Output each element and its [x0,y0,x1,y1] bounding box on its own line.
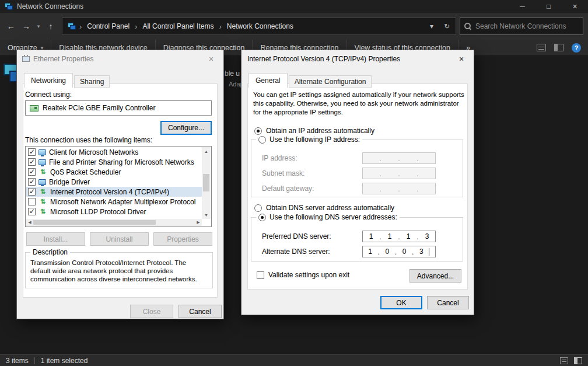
ip-address-label: IP address: [262,154,297,162]
preview-pane-icon[interactable] [554,44,564,51]
properties-button[interactable]: Properties [153,232,212,246]
subnet-mask-label: Subnet mask: [262,169,304,177]
item-checkbox[interactable] [28,148,36,156]
connection-item[interactable]: File and Printer Sharing for Microsoft N… [26,157,202,167]
maximize-button[interactable]: □ [536,0,562,13]
item-label: Client for Microsoft Networks [49,148,138,156]
large-icons-view-icon[interactable] [574,357,582,364]
preferred-dns-field[interactable]: 1. 1. 1. 3 [362,231,436,242]
dialog-close-button[interactable]: Close [130,305,173,318]
item-checkbox[interactable] [28,198,36,205]
tab-general[interactable]: General [249,73,288,88]
install-button[interactable]: Install... [26,232,85,246]
description-title: Description [30,248,70,256]
scroll-up-icon[interactable]: ▲ [202,147,211,155]
chevron-right-icon[interactable]: › [218,22,222,31]
checkbox-icon[interactable] [257,271,264,279]
address-dropdown-icon[interactable]: ▾ [424,18,439,34]
close-button[interactable]: × [562,0,588,13]
preferred-dns-label: Preferred DNS server: [262,232,331,240]
checkbox-label: Validate settings upon exit [268,271,349,279]
breadcrumb-item[interactable]: Control Panel [83,18,134,34]
item-checkbox[interactable] [28,158,36,166]
network-connections-window: Network Connections ─ □ × ← → ▾ ↑ › Cont… [0,0,588,366]
close-icon[interactable]: × [199,50,223,68]
horizontal-scrollbar[interactable]: ◀ ▶ [26,219,202,226]
item-checkbox[interactable] [28,208,36,215]
description-group: Description Transmission Control Protoco… [25,252,213,288]
status-bar: 3 items 1 item selected [0,354,588,366]
connection-item[interactable]: Internet Protocol Version 4 (TCP/IPv4) [26,187,202,197]
breadcrumb-item[interactable]: All Control Panel Items [138,18,218,34]
protocol-icon [38,168,47,176]
adapter-name: Realtek PCIe GBE Family Controller [43,104,155,112]
cancel-button[interactable]: Cancel [427,296,469,309]
item-checkbox[interactable] [28,178,36,186]
adapter-properties-icon [22,56,30,62]
tab-alternate-configuration[interactable]: Alternate Configuration [289,75,372,88]
protocol-icon [38,208,47,216]
navigation-bar: ← → ▾ ↑ › Control Panel › All Control Pa… [0,13,588,40]
help-icon[interactable]: ? [572,43,581,53]
radio-icon[interactable] [258,214,266,221]
validate-settings-checkbox[interactable]: Validate settings upon exit [257,271,349,279]
radio-use-following-ip[interactable]: Use the following IP address: [256,135,362,144]
scroll-right-icon[interactable]: ▶ [195,219,202,226]
intro-text: You can get IP settings assigned automat… [253,90,464,117]
search-input[interactable] [475,22,579,30]
radio-label: Use the following IP address: [270,135,360,144]
search-box[interactable] [460,18,583,35]
chevron-right-icon[interactable]: › [134,22,138,31]
item-checkbox[interactable] [28,188,36,196]
radio-icon[interactable] [254,204,262,212]
vertical-scrollbar[interactable]: ▲ ▼ [202,147,211,219]
configure-button[interactable]: Configure... [160,121,212,135]
radio-icon[interactable] [258,136,266,144]
advanced-button[interactable]: Advanced... [410,269,461,283]
chevron-right-icon[interactable]: › [78,22,83,31]
tab-sharing[interactable]: Sharing [74,75,110,88]
adapter-name-box: Realtek PCIe GBE Family Controller [25,100,212,116]
connection-items-list[interactable]: Client for Microsoft Networks File and P… [25,146,212,227]
tab-networking[interactable]: Networking [24,73,73,88]
forward-icon[interactable]: → [19,19,34,34]
recent-pages-icon[interactable]: ▾ [34,19,43,34]
minimize-button[interactable]: ─ [509,0,536,13]
scrollbar-thumb[interactable] [33,220,156,225]
scroll-left-icon[interactable]: ◀ [26,219,33,226]
item-label: Microsoft LLDP Protocol Driver [50,208,146,216]
connection-item[interactable]: Bridge Driver [26,177,202,187]
network-card-icon [30,105,38,111]
close-icon[interactable]: × [449,50,474,68]
connection-item[interactable]: QoS Packet Scheduler [26,167,202,177]
details-view-icon[interactable] [560,357,568,364]
radio-obtain-ip-automatically[interactable]: Obtain an IP address automatically [254,127,374,135]
scrollbar-thumb[interactable] [203,174,209,191]
address-bar[interactable]: › Control Panel › All Control Panel Item… [62,18,456,35]
uninstall-button[interactable]: Uninstall [90,232,149,246]
back-icon[interactable]: ← [4,19,19,34]
tab-strip: General Alternate Configuration [249,72,373,88]
refresh-icon[interactable]: ↻ [439,18,454,34]
radio-label: Use the following DNS server addresses: [270,213,397,221]
alternate-dns-field[interactable]: 1. 0. 0. 3 [362,246,436,257]
radio-use-following-dns[interactable]: Use the following DNS server addresses: [256,213,400,221]
connect-using-label: Connect using: [25,90,72,99]
item-checkbox[interactable] [28,168,36,176]
radio-obtain-dns-automatically[interactable]: Obtain DNS server address automatically [254,204,394,212]
change-view-icon[interactable] [537,44,546,51]
dialog-cancel-button[interactable]: Cancel [178,305,222,318]
connection-item[interactable]: Client for Microsoft Networks [26,147,202,157]
up-icon[interactable]: ↑ [43,19,58,34]
default-gateway-label: Default gateway: [262,184,314,193]
radio-icon[interactable] [254,127,262,135]
breadcrumb-item[interactable]: Network Connections [223,18,298,34]
connection-item[interactable]: Microsoft Network Adapter Multiplexor Pr… [26,197,202,207]
protocol-icon [38,159,46,165]
ip-address-field: ... [362,152,436,164]
ipv4-properties-dialog: Internet Protocol Version 4 (TCP/IPv4) P… [241,50,474,315]
ok-button[interactable]: OK [380,296,422,309]
scroll-down-icon[interactable]: ▼ [202,211,211,219]
connection-item[interactable]: Microsoft LLDP Protocol Driver [26,207,202,217]
dialog-titlebar: Internet Protocol Version 4 (TCP/IPv4) P… [242,50,474,68]
